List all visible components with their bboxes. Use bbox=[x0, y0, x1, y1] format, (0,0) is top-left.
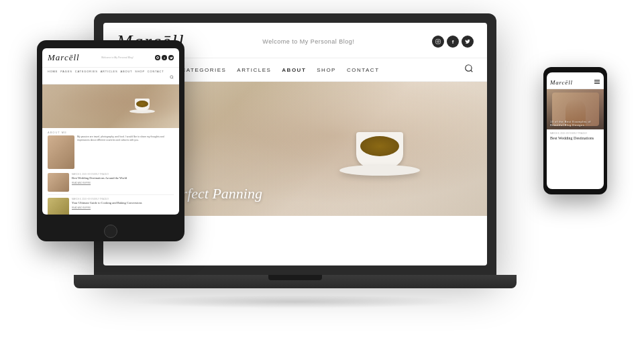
article-image-1 bbox=[48, 173, 69, 192]
nav-shop[interactable]: SHOP bbox=[317, 67, 336, 73]
tablet-body: Marcēll Welcome to My Personal Blog! f bbox=[37, 40, 184, 241]
hamburger-icon[interactable] bbox=[594, 79, 600, 86]
tablet-nav-articles[interactable]: ARTICLES bbox=[101, 70, 118, 82]
tablet-about-image bbox=[48, 135, 74, 169]
article-date-2: MARCH 8, 2019 • BY EVERLY TRACELY bbox=[72, 198, 142, 200]
cup-body bbox=[356, 132, 403, 169]
cup-liquid bbox=[360, 136, 399, 156]
svg-point-2 bbox=[439, 40, 440, 41]
phone-hero-text: 10 of the Best Examples of Beautiful Blo… bbox=[550, 120, 600, 127]
twitter-icon[interactable] bbox=[462, 36, 474, 48]
tablet-articles: MARCH 8, 2019 • BY EVERLY TRACELY Best W… bbox=[42, 172, 179, 215]
article-more-1[interactable]: READ AND INSPIRE bbox=[72, 182, 127, 184]
nav-categories[interactable]: CATEGORIES bbox=[181, 67, 226, 73]
nav-articles[interactable]: ARTICLES bbox=[237, 67, 271, 73]
article-title-2: Your Ultimate Guide to Cooking and Bakin… bbox=[72, 201, 142, 205]
phone-article-title: Best Wedding Destinations bbox=[550, 136, 600, 141]
tablet-nav: HOME PAGES CATEGORIES ARTICLES ABOUT SHO… bbox=[42, 68, 179, 84]
phone-logo: Marcēll bbox=[550, 79, 573, 86]
cup-saucer bbox=[339, 165, 420, 176]
tablet-nav-shop[interactable]: SHOP bbox=[135, 70, 145, 82]
article-date-1: MARCH 8, 2019 • BY EVERLY TRACELY bbox=[72, 173, 127, 176]
tablet-cup bbox=[125, 90, 159, 115]
instagram-icon[interactable] bbox=[432, 36, 444, 48]
nav-about[interactable]: ABOUT bbox=[282, 67, 306, 73]
tablet-about: ABOUT ME My passion are travel, photogra… bbox=[42, 128, 179, 172]
tablet-header: Marcēll Welcome to My Personal Blog! f bbox=[42, 48, 179, 68]
phone-notch bbox=[566, 67, 585, 72]
phone-screen: Marcēll bbox=[547, 72, 604, 189]
laptop-social: f bbox=[432, 36, 474, 48]
svg-point-3 bbox=[466, 65, 472, 71]
phone-article-date: MARCH 8, 2019 • BY EVERLY TRACELY bbox=[550, 132, 600, 135]
phone-device: Marcēll bbox=[543, 67, 607, 194]
tablet-hero: Tips for Perfect Panning bbox=[42, 84, 179, 128]
phone-header: Marcēll bbox=[547, 72, 604, 89]
article-more-2[interactable]: READ AND INSPIRE bbox=[72, 206, 142, 209]
facebook-icon[interactable]: f bbox=[447, 36, 459, 48]
tablet-instagram-icon[interactable] bbox=[155, 55, 160, 60]
svg-rect-0 bbox=[436, 40, 441, 44]
laptop-base bbox=[74, 275, 517, 288]
phone-hero: 10 of the Best Examples of Beautiful Blo… bbox=[547, 89, 604, 129]
tablet-facebook-icon[interactable]: f bbox=[162, 55, 167, 60]
tablet-twitter-icon[interactable] bbox=[168, 55, 174, 60]
table-row: MARCH 8, 2019 • BY EVERLY TRACELY Your U… bbox=[48, 198, 174, 215]
tablet-device: Marcēll Welcome to My Personal Blog! f bbox=[37, 40, 184, 241]
tablet-tagline: Welcome to My Personal Blog! bbox=[101, 56, 133, 59]
search-icon[interactable] bbox=[464, 64, 474, 76]
tablet-logo: Marcēll bbox=[48, 52, 80, 63]
tablet-nav-about[interactable]: ABOUT bbox=[121, 70, 133, 82]
hero-cup bbox=[326, 95, 433, 176]
scene: Marcēll Welcome to My Personal Blog! f bbox=[0, 0, 644, 356]
tablet-home-button[interactable] bbox=[104, 225, 117, 238]
article-image-2 bbox=[48, 198, 69, 215]
laptop-shadow bbox=[127, 295, 463, 308]
article-title-1: Best Wedding Destinations Around the Wor… bbox=[72, 176, 127, 180]
table-row: MARCH 8, 2019 • BY EVERLY TRACELY Best W… bbox=[48, 173, 174, 195]
laptop-tagline: Welcome to My Personal Blog! bbox=[262, 38, 354, 45]
tablet-nav-pages[interactable]: PAGES bbox=[60, 70, 72, 82]
nav-contact[interactable]: CONTACT bbox=[347, 67, 380, 73]
phone-hero-text-overlay: 10 of the Best Examples of Beautiful Blo… bbox=[550, 120, 600, 127]
tablet-nav-contact[interactable]: CONTACT bbox=[148, 70, 164, 82]
tablet-nav-home[interactable]: HOME bbox=[48, 70, 58, 82]
phone-body: Marcēll bbox=[543, 67, 607, 194]
tablet-screen: Marcēll Welcome to My Personal Blog! f bbox=[42, 48, 179, 215]
svg-point-4 bbox=[170, 76, 173, 78]
tablet-nav-categories[interactable]: CATEGORIES bbox=[75, 70, 98, 82]
tablet-search-icon[interactable] bbox=[170, 70, 174, 82]
phone-content: MARCH 8, 2019 • BY EVERLY TRACELY Best W… bbox=[547, 129, 604, 144]
svg-point-1 bbox=[437, 41, 439, 43]
tablet-social: f bbox=[155, 55, 174, 60]
tablet-about-text: My passion are travel, photography, and … bbox=[77, 135, 174, 169]
tablet-about-label: ABOUT ME bbox=[48, 131, 174, 134]
